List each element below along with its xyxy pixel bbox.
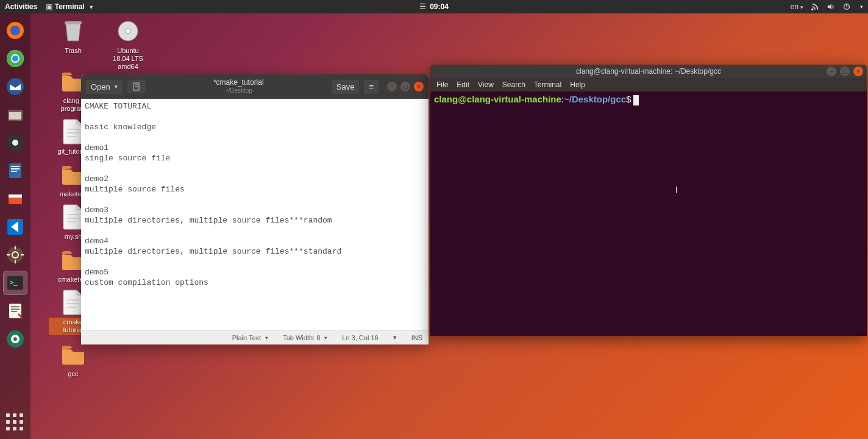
svg-rect-16 bbox=[11, 168, 20, 170]
calendar-icon: ☰ bbox=[419, 2, 426, 11]
svg-point-0 bbox=[811, 9, 814, 11]
activities-button[interactable]: Activities bbox=[5, 2, 37, 11]
svg-rect-31 bbox=[11, 309, 20, 310]
close-button[interactable]: × bbox=[853, 66, 863, 76]
svg-rect-36 bbox=[65, 21, 82, 24]
new-tab-button[interactable] bbox=[127, 80, 146, 93]
menu-terminal[interactable]: Terminal bbox=[534, 80, 561, 89]
hamburger-icon: ≡ bbox=[369, 82, 374, 91]
minimize-button[interactable]: – bbox=[827, 66, 836, 76]
minimize-button[interactable]: – bbox=[387, 82, 397, 91]
hamburger-menu-button[interactable]: ≡ bbox=[364, 80, 379, 94]
svg-text:>_: >_ bbox=[10, 279, 18, 286]
svg-rect-19 bbox=[9, 195, 22, 198]
save-button[interactable]: Save bbox=[332, 80, 360, 94]
dock-rhythmbox[interactable] bbox=[3, 130, 27, 155]
launcher-dock: >_ bbox=[0, 13, 30, 439]
volume-icon[interactable] bbox=[827, 2, 835, 11]
new-document-icon bbox=[132, 82, 141, 91]
dock-gedit[interactable] bbox=[3, 299, 27, 323]
disc-icon bbox=[113, 18, 143, 44]
chevron-down-icon: ▾ bbox=[800, 4, 803, 10]
mouse-text-cursor: I bbox=[675, 184, 678, 195]
dock-help[interactable] bbox=[3, 327, 27, 351]
svg-point-35 bbox=[13, 337, 17, 341]
svg-point-38 bbox=[126, 29, 130, 34]
chevron-down-icon: ▾ bbox=[860, 4, 863, 10]
menu-search[interactable]: Search bbox=[502, 80, 525, 89]
language-selector[interactable]: Plain Text▾ bbox=[232, 334, 269, 341]
icon-label: gcc bbox=[49, 369, 98, 379]
dock-files[interactable] bbox=[3, 102, 27, 127]
gedit-title: *cmake_tutorial ~/Desktop bbox=[151, 78, 327, 95]
close-button[interactable]: × bbox=[414, 82, 424, 91]
menu-view[interactable]: View bbox=[478, 80, 494, 89]
svg-rect-30 bbox=[11, 306, 20, 307]
gedit-headerbar[interactable]: Open▾ *cmake_tutorial ~/Desktop Save ≡ –… bbox=[81, 74, 429, 99]
tab-width-selector[interactable]: Tab Width: 8▾ bbox=[283, 334, 327, 341]
dock-software[interactable] bbox=[3, 187, 27, 211]
svg-point-13 bbox=[12, 140, 18, 146]
terminal-window: clang@clang-virtual-machine: ~/Desktop/g… bbox=[430, 65, 867, 336]
svg-point-9 bbox=[7, 78, 24, 95]
menu-file[interactable]: File bbox=[436, 80, 448, 89]
clock[interactable]: ☰ 09:04 bbox=[419, 2, 449, 11]
dock-writer[interactable] bbox=[3, 159, 27, 183]
prompt-symbol: $ bbox=[626, 94, 631, 104]
terminal-menubar: FileEditViewSearchTerminalHelp bbox=[430, 78, 867, 91]
gedit-window: Open▾ *cmake_tutorial ~/Desktop Save ≡ –… bbox=[81, 74, 429, 344]
dock-vscode[interactable] bbox=[3, 215, 27, 239]
svg-rect-32 bbox=[11, 311, 17, 312]
power-icon[interactable] bbox=[842, 2, 851, 11]
prompt-path: ~/Desktop/gcc bbox=[564, 94, 626, 104]
cursor-position[interactable]: Ln 3, Col 16▾ bbox=[342, 334, 396, 341]
network-icon[interactable] bbox=[811, 2, 819, 11]
maximize-button[interactable]: ▢ bbox=[840, 66, 850, 76]
dock-firefox[interactable] bbox=[3, 18, 27, 43]
svg-rect-17 bbox=[11, 171, 17, 172]
top-panel: Activities ▣ Terminal ▼ ☰ 09:04 en▾ ▾ bbox=[0, 0, 868, 13]
prompt-userhost: clang@clang-virtual-machine bbox=[434, 94, 561, 104]
dock-chrome[interactable] bbox=[3, 46, 27, 71]
trash-icon bbox=[59, 18, 88, 44]
terminal-title-text: clang@clang-virtual-machine: ~/Desktop/g… bbox=[576, 67, 721, 76]
dock-terminal[interactable]: >_ bbox=[3, 271, 27, 295]
show-applications-button[interactable] bbox=[6, 413, 24, 432]
insert-mode[interactable]: INS bbox=[411, 334, 422, 341]
menu-edit[interactable]: Edit bbox=[457, 80, 469, 89]
chevron-down-icon: ▾ bbox=[115, 84, 118, 90]
gedit-text-area[interactable]: CMAKE TOTURIAL basic knowledge demo1 sin… bbox=[81, 99, 429, 330]
language-indicator[interactable]: en▾ bbox=[791, 2, 803, 11]
desktop-icon-ubuntu-iso[interactable]: Ubuntu18.04 LTSamd64 bbox=[104, 18, 152, 71]
gedit-statusbar: Plain Text▾ Tab Width: 8▾ Ln 3, Col 16▾ … bbox=[81, 330, 429, 344]
maximize-button[interactable]: ▢ bbox=[400, 82, 410, 91]
svg-point-4 bbox=[10, 26, 20, 35]
open-button[interactable]: Open▾ bbox=[86, 80, 123, 94]
terminal-body[interactable]: clang@clang-virtual-machine:~/Desktop/gc… bbox=[430, 91, 867, 336]
svg-point-8 bbox=[12, 55, 18, 62]
menu-help[interactable]: Help bbox=[570, 80, 585, 89]
dock-thunderbird[interactable] bbox=[3, 74, 27, 99]
svg-rect-11 bbox=[9, 112, 21, 120]
terminal-titlebar[interactable]: clang@clang-virtual-machine: ~/Desktop/g… bbox=[430, 65, 867, 78]
icon-label: Trash bbox=[49, 46, 98, 55]
dock-settings[interactable] bbox=[3, 243, 27, 267]
chevron-down-icon: ▼ bbox=[88, 4, 94, 10]
icon-label: Ubuntu18.04 LTSamd64 bbox=[104, 46, 152, 71]
app-menu[interactable]: ▣ Terminal ▼ bbox=[46, 2, 94, 11]
terminal-icon: ▣ bbox=[46, 2, 52, 11]
desktop-icon-gcc[interactable]: gcc bbox=[49, 341, 98, 379]
svg-rect-15 bbox=[11, 166, 20, 167]
folder-icon bbox=[59, 341, 88, 367]
desktop-icon-trash[interactable]: Trash bbox=[49, 18, 98, 55]
text-cursor bbox=[633, 95, 639, 105]
